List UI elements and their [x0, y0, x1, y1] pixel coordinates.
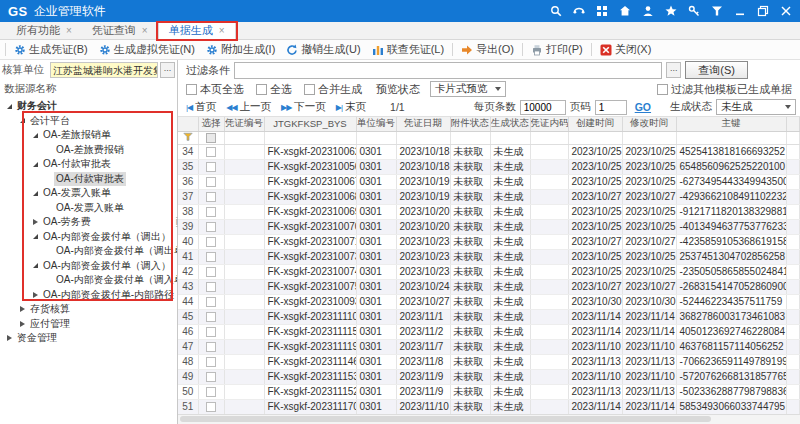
table-row[interactable]: 38FK-xsgkf-20231006903012023/10/20未获取未生成…	[178, 204, 800, 219]
search-icon[interactable]	[550, 5, 562, 17]
go-link[interactable]: GO	[635, 101, 651, 113]
revoke-generate-button[interactable]: 撤销生成(U)	[282, 42, 364, 57]
tree-collapsed-icon[interactable]	[4, 335, 15, 341]
close-window-icon[interactable]	[780, 5, 792, 17]
cell-select[interactable]	[198, 399, 224, 414]
tree-item[interactable]: 会计平台	[0, 114, 177, 129]
cell-select[interactable]	[198, 324, 224, 339]
table-row[interactable]: 40FK-xsgkf-20231007103012023/10/23未获取未生成…	[178, 234, 800, 249]
table-row[interactable]: 37FK-xsgkf-20231006803012023/10/19未获取未生成…	[178, 189, 800, 204]
linked-query-voucher-button[interactable]: 联查凭证(L)	[368, 42, 448, 57]
table-row[interactable]: 48FK-xsgkf-20231114603012023/11/8未获取未生成2…	[178, 354, 800, 369]
table-row[interactable]: 43FK-xsgkf-20231007503012023/10/24未获取未生成…	[178, 279, 800, 294]
home-icon[interactable]	[619, 5, 631, 17]
additional-generate-button[interactable]: 附加生成(I)	[202, 42, 279, 57]
tree-expanded-icon[interactable]	[4, 104, 15, 109]
row-select-checkbox[interactable]	[206, 312, 216, 322]
tree-item[interactable]: 应付管理	[0, 317, 177, 332]
column-header-4[interactable]: 单位编号	[356, 117, 396, 131]
tree-collapsed-icon[interactable]	[30, 219, 41, 225]
tree-collapsed-icon[interactable]	[17, 306, 28, 312]
print-button[interactable]: 打印(P)	[527, 42, 587, 57]
tab-close-icon[interactable]: ×	[142, 26, 148, 36]
row-select-checkbox[interactable]	[206, 327, 216, 337]
next-page-button[interactable]: ▶▶下一页	[281, 100, 326, 114]
cell-select[interactable]	[198, 384, 224, 399]
prev-page-button[interactable]: ◀◀上一页	[226, 100, 271, 114]
tree-item[interactable]: 存货核算	[0, 302, 177, 317]
page-select-all-checkbox[interactable]: 本页全选	[186, 82, 244, 97]
tab-1[interactable]: 所有功能×	[6, 22, 82, 39]
tree-expanded-icon[interactable]	[30, 234, 41, 239]
tree-item[interactable]: OA-内部资金拨付单（调入）	[0, 259, 177, 274]
column-header-10[interactable]: 修改时间	[622, 117, 676, 131]
first-page-button[interactable]: |◀首页	[186, 100, 216, 114]
scrollbar-thumb[interactable]	[180, 416, 711, 422]
user-icon[interactable]	[642, 5, 654, 17]
table-row[interactable]: 42FK-xsgkf-20231007403012023/10/23未获取未生成…	[178, 264, 800, 279]
filter-generated-checkbox[interactable]: 过滤其他模板已生成单据	[657, 82, 792, 97]
row-select-checkbox[interactable]	[206, 372, 216, 382]
row-select-checkbox[interactable]	[206, 252, 216, 262]
column-header-5[interactable]: 凭证日期	[396, 117, 450, 131]
row-select-checkbox[interactable]	[206, 282, 216, 292]
cell-select[interactable]	[198, 264, 224, 279]
generate-virtual-voucher-button[interactable]: 生成虚拟凭证(N)	[95, 42, 199, 57]
filter-browse-button[interactable]: ...	[666, 62, 681, 78]
row-select-checkbox[interactable]	[206, 222, 216, 232]
row-select-checkbox[interactable]	[206, 357, 216, 367]
column-header-1[interactable]: 选择	[198, 117, 224, 131]
row-select-checkbox[interactable]	[206, 267, 216, 277]
tree-collapsed-icon[interactable]	[17, 321, 28, 327]
table-row[interactable]: 50FK-xsgkf-20231115203012023/11/9未获取未生成2…	[178, 384, 800, 399]
row-select-checkbox[interactable]	[206, 297, 216, 307]
table-row[interactable]: 36FK-xsgkf-20231006703012023/10/19未获取未生成…	[178, 174, 800, 189]
row-select-checkbox[interactable]	[206, 402, 216, 412]
accounting-unit-input[interactable]: 江苏盐城港响水港开发集团有限公司	[50, 62, 158, 78]
tree-expanded-icon[interactable]	[30, 191, 41, 196]
row-select-checkbox[interactable]	[206, 342, 216, 352]
tab-3[interactable]: 单据生成×	[158, 22, 236, 39]
tree-item[interactable]: 财务会计	[0, 99, 177, 114]
table-row[interactable]: 35FK-xsgkf-20231005603012023/10/18未获取未生成…	[178, 159, 800, 174]
tree-item[interactable]: OA-发票入账单	[0, 186, 177, 201]
cell-select[interactable]	[198, 249, 224, 264]
cell-select[interactable]	[198, 309, 224, 324]
row-select-checkbox[interactable]	[206, 147, 216, 157]
tab-2[interactable]: 凭证查询×	[82, 22, 158, 39]
tree-item[interactable]: OA-内部资金拨付单（调入单位凭证）	[0, 273, 177, 288]
tree-item[interactable]: OA-差旅费报销	[0, 143, 177, 158]
tree-item[interactable]: OA-劳务费	[0, 215, 177, 230]
tab-close-icon[interactable]: ×	[219, 26, 225, 36]
column-header-11[interactable]: 主键	[676, 117, 786, 131]
table-row[interactable]: 39FK-xsgkf-20231007003012023/10/20未获取未生成…	[178, 219, 800, 234]
gen-status-select[interactable]: 未生成	[716, 99, 796, 115]
select-all-checkbox[interactable]: 全选	[256, 82, 292, 97]
tree-expanded-icon[interactable]	[30, 263, 41, 268]
row-select-checkbox[interactable]	[206, 192, 216, 202]
table-row[interactable]: 44FK-xsgkf-20231009303012023/10/27未获取未生成…	[178, 294, 800, 309]
cell-select[interactable]	[198, 159, 224, 174]
column-header-7[interactable]: 生成状态	[490, 117, 530, 131]
cell-select[interactable]	[198, 144, 224, 159]
row-select-checkbox[interactable]	[206, 387, 216, 397]
tree-item[interactable]: 资金管理	[0, 331, 177, 346]
horizontal-scrollbar[interactable]	[178, 414, 800, 424]
preview-mode-select[interactable]: 卡片式预览	[430, 81, 506, 97]
table-row[interactable]: 49FK-xsgkf-20231115303012023/11/9未获取未生成2…	[178, 369, 800, 384]
row-select-checkbox[interactable]	[206, 237, 216, 247]
query-button[interactable]: 查询(S)	[685, 61, 748, 79]
table-row[interactable]: 46FK-xsgkf-20231111503012023/11/2未获取未生成2…	[178, 324, 800, 339]
tree-item[interactable]: OA-差旅报销单	[0, 128, 177, 143]
tree-collapsed-icon[interactable]	[30, 292, 41, 298]
cell-select[interactable]	[198, 294, 224, 309]
row-select-checkbox[interactable]	[206, 177, 216, 187]
cell-select[interactable]	[198, 219, 224, 234]
filter-icon[interactable]	[711, 5, 723, 17]
tree-item[interactable]: OA-内部资金拨付单（调出）	[0, 230, 177, 245]
phone-icon[interactable]	[573, 5, 585, 17]
filter-condition-input[interactable]	[234, 62, 662, 79]
tree-item[interactable]: OA-付款审批表	[0, 157, 177, 172]
splitter-handle[interactable]: ⁞⁞	[175, 220, 178, 226]
column-header-3[interactable]: JTGKFKSP_BYS	[264, 117, 356, 131]
